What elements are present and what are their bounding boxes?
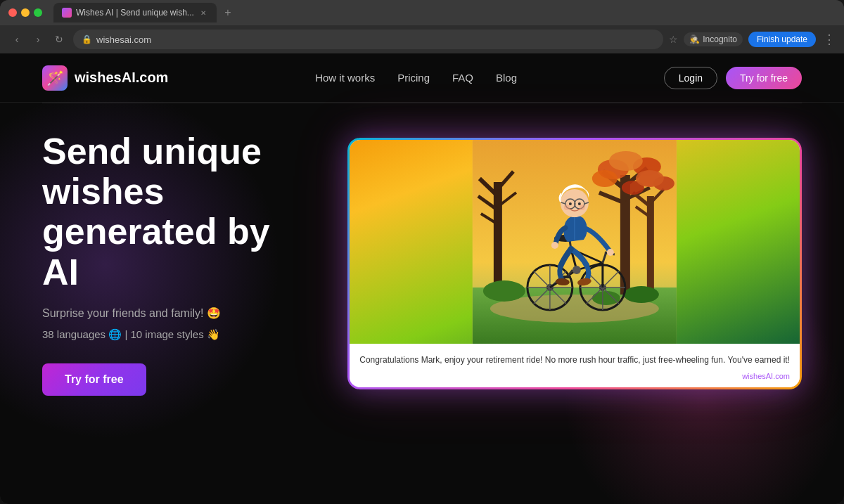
svg-point-68 <box>580 205 585 210</box>
hero-subtitle: Surprise your friends and family! 🤩 <box>42 306 305 320</box>
logo-icon: 🪄 <box>42 65 68 91</box>
hero-features: 38 languages 🌐 | 10 image styles 👋 <box>42 328 305 341</box>
card-brand: wishesAI.com <box>359 372 790 380</box>
tab-area: Wishes AI | Send unique wish... ✕ + <box>53 3 236 22</box>
nav-actions: Login Try for free <box>664 67 802 89</box>
nav-link-how-it-works[interactable]: How it works <box>315 72 375 84</box>
logo-emoji: 🪄 <box>46 70 64 86</box>
nav-link-faq[interactable]: FAQ <box>452 72 473 84</box>
nav-link-blog[interactable]: Blog <box>496 72 517 84</box>
forward-button[interactable]: › <box>30 31 46 48</box>
card-illustration <box>350 140 800 344</box>
site-logo[interactable]: 🪄 wishesAI.com <box>42 65 168 91</box>
reload-button[interactable]: ↻ <box>51 31 68 48</box>
address-bar: ‹ › ↻ 🔒 wishesai.com ☆ 🕵 Incognito Finis… <box>0 25 844 53</box>
nav-link-pricing[interactable]: Pricing <box>397 72 430 84</box>
website-content: 🪄 wishesAI.com How it works Pricing FAQ … <box>0 53 844 504</box>
incognito-badge: 🕵 Incognito <box>684 32 743 46</box>
svg-rect-4 <box>494 182 502 295</box>
tab-close-button[interactable]: ✕ <box>198 8 208 18</box>
svg-point-66 <box>578 202 581 205</box>
card-text-area: Congratulations Mark, enjoy your retirem… <box>350 344 800 387</box>
bookmark-icon[interactable]: ☆ <box>669 34 678 45</box>
svg-point-51 <box>573 266 581 274</box>
svg-point-65 <box>569 202 572 205</box>
try-for-free-hero-button[interactable]: Try for free <box>42 363 146 396</box>
title-bar: Wishes AI | Send unique wish... ✕ + <box>0 0 844 25</box>
try-for-free-nav-button[interactable]: Try for free <box>726 67 802 89</box>
hero-section: Send unique wishes generated by AI Surpr… <box>0 103 844 396</box>
url-bar[interactable]: 🔒 wishesai.com <box>73 30 663 49</box>
card-message: Congratulations Mark, enjoy your retirem… <box>359 354 790 366</box>
traffic-lights <box>8 8 42 17</box>
hero-right: Congratulations Mark, enjoy your retirem… <box>347 138 802 389</box>
svg-point-67 <box>564 205 570 210</box>
svg-point-28 <box>624 286 659 303</box>
hero-left: Send unique wishes generated by AI Surpr… <box>42 131 305 396</box>
new-tab-button[interactable]: + <box>219 4 236 21</box>
svg-point-56 <box>607 249 614 256</box>
url-text: wishesai.com <box>96 34 151 45</box>
hero-title: Send unique wishes generated by AI <box>42 131 305 292</box>
svg-point-26 <box>636 170 664 187</box>
back-button[interactable]: ‹ <box>8 31 25 48</box>
maximize-window-button[interactable] <box>34 8 42 17</box>
svg-point-19 <box>609 151 643 171</box>
finish-update-button[interactable]: Finish update <box>748 32 816 47</box>
lock-icon: 🔒 <box>82 34 92 44</box>
svg-point-16 <box>592 170 618 187</box>
site-nav: 🪄 wishesAI.com How it works Pricing FAQ … <box>0 53 844 103</box>
nav-buttons: ‹ › ↻ <box>8 31 68 48</box>
more-options-icon[interactable]: ⋮ <box>823 32 836 47</box>
login-button[interactable]: Login <box>664 67 717 89</box>
wish-card: Congratulations Mark, enjoy your retirem… <box>350 140 800 387</box>
logo-text: wishesAI.com <box>75 70 168 86</box>
browser-tab[interactable]: Wishes AI | Send unique wish... ✕ <box>53 3 217 22</box>
svg-rect-53 <box>563 276 571 278</box>
close-window-button[interactable] <box>8 8 17 17</box>
address-bar-right: ☆ 🕵 Incognito Finish update ⋮ <box>669 32 836 47</box>
svg-point-57 <box>551 242 558 249</box>
incognito-icon: 🕵 <box>689 34 700 44</box>
card-image <box>350 140 800 344</box>
tab-title: Wishes AI | Send unique wish... <box>76 8 194 18</box>
incognito-label: Incognito <box>703 34 737 44</box>
minimize-window-button[interactable] <box>21 8 30 17</box>
tab-favicon <box>62 8 72 18</box>
svg-rect-20 <box>647 196 654 295</box>
wish-card-wrapper: Congratulations Mark, enjoy your retirem… <box>347 138 802 389</box>
svg-point-27 <box>483 280 525 302</box>
nav-links: How it works Pricing FAQ Blog <box>315 72 517 84</box>
browser-window: Wishes AI | Send unique wish... ✕ + ‹ › … <box>0 0 844 504</box>
